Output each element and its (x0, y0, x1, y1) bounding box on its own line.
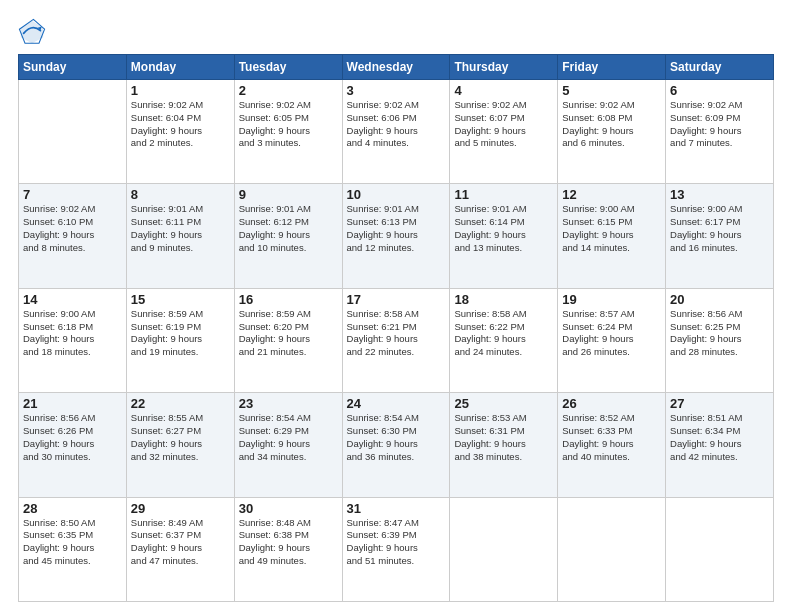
day-cell: 29Sunrise: 8:49 AM Sunset: 6:37 PM Dayli… (126, 497, 234, 601)
day-cell: 20Sunrise: 8:56 AM Sunset: 6:25 PM Dayli… (666, 288, 774, 392)
day-cell (666, 497, 774, 601)
day-number: 21 (23, 396, 122, 411)
day-number: 2 (239, 83, 338, 98)
logo-icon (18, 18, 46, 46)
day-cell (19, 80, 127, 184)
day-cell: 12Sunrise: 9:00 AM Sunset: 6:15 PM Dayli… (558, 184, 666, 288)
day-cell: 18Sunrise: 8:58 AM Sunset: 6:22 PM Dayli… (450, 288, 558, 392)
day-info: Sunrise: 9:02 AM Sunset: 6:04 PM Dayligh… (131, 99, 230, 150)
day-cell: 1Sunrise: 9:02 AM Sunset: 6:04 PM Daylig… (126, 80, 234, 184)
day-info: Sunrise: 9:02 AM Sunset: 6:06 PM Dayligh… (347, 99, 446, 150)
col-header-tuesday: Tuesday (234, 55, 342, 80)
day-number: 3 (347, 83, 446, 98)
day-number: 9 (239, 187, 338, 202)
day-cell: 3Sunrise: 9:02 AM Sunset: 6:06 PM Daylig… (342, 80, 450, 184)
col-header-monday: Monday (126, 55, 234, 80)
day-cell (558, 497, 666, 601)
day-number: 31 (347, 501, 446, 516)
day-info: Sunrise: 9:01 AM Sunset: 6:12 PM Dayligh… (239, 203, 338, 254)
day-cell: 10Sunrise: 9:01 AM Sunset: 6:13 PM Dayli… (342, 184, 450, 288)
day-info: Sunrise: 8:59 AM Sunset: 6:20 PM Dayligh… (239, 308, 338, 359)
day-number: 15 (131, 292, 230, 307)
day-info: Sunrise: 8:50 AM Sunset: 6:35 PM Dayligh… (23, 517, 122, 568)
header (18, 18, 774, 46)
day-cell: 4Sunrise: 9:02 AM Sunset: 6:07 PM Daylig… (450, 80, 558, 184)
day-cell: 26Sunrise: 8:52 AM Sunset: 6:33 PM Dayli… (558, 393, 666, 497)
day-info: Sunrise: 8:51 AM Sunset: 6:34 PM Dayligh… (670, 412, 769, 463)
day-info: Sunrise: 9:02 AM Sunset: 6:10 PM Dayligh… (23, 203, 122, 254)
day-number: 14 (23, 292, 122, 307)
day-info: Sunrise: 8:53 AM Sunset: 6:31 PM Dayligh… (454, 412, 553, 463)
day-cell: 7Sunrise: 9:02 AM Sunset: 6:10 PM Daylig… (19, 184, 127, 288)
week-row-2: 7Sunrise: 9:02 AM Sunset: 6:10 PM Daylig… (19, 184, 774, 288)
day-number: 1 (131, 83, 230, 98)
header-row: SundayMondayTuesdayWednesdayThursdayFrid… (19, 55, 774, 80)
day-info: Sunrise: 9:02 AM Sunset: 6:08 PM Dayligh… (562, 99, 661, 150)
day-cell: 11Sunrise: 9:01 AM Sunset: 6:14 PM Dayli… (450, 184, 558, 288)
col-header-friday: Friday (558, 55, 666, 80)
day-cell: 15Sunrise: 8:59 AM Sunset: 6:19 PM Dayli… (126, 288, 234, 392)
col-header-sunday: Sunday (19, 55, 127, 80)
week-row-5: 28Sunrise: 8:50 AM Sunset: 6:35 PM Dayli… (19, 497, 774, 601)
day-number: 4 (454, 83, 553, 98)
col-header-thursday: Thursday (450, 55, 558, 80)
day-info: Sunrise: 9:00 AM Sunset: 6:17 PM Dayligh… (670, 203, 769, 254)
day-number: 30 (239, 501, 338, 516)
day-number: 25 (454, 396, 553, 411)
day-info: Sunrise: 9:01 AM Sunset: 6:13 PM Dayligh… (347, 203, 446, 254)
day-number: 28 (23, 501, 122, 516)
day-info: Sunrise: 8:48 AM Sunset: 6:38 PM Dayligh… (239, 517, 338, 568)
col-header-wednesday: Wednesday (342, 55, 450, 80)
day-info: Sunrise: 8:54 AM Sunset: 6:29 PM Dayligh… (239, 412, 338, 463)
day-info: Sunrise: 8:56 AM Sunset: 6:26 PM Dayligh… (23, 412, 122, 463)
day-info: Sunrise: 8:57 AM Sunset: 6:24 PM Dayligh… (562, 308, 661, 359)
day-info: Sunrise: 9:01 AM Sunset: 6:14 PM Dayligh… (454, 203, 553, 254)
day-number: 11 (454, 187, 553, 202)
page: SundayMondayTuesdayWednesdayThursdayFrid… (0, 0, 792, 612)
day-cell: 28Sunrise: 8:50 AM Sunset: 6:35 PM Dayli… (19, 497, 127, 601)
day-cell (450, 497, 558, 601)
day-info: Sunrise: 8:49 AM Sunset: 6:37 PM Dayligh… (131, 517, 230, 568)
day-cell: 13Sunrise: 9:00 AM Sunset: 6:17 PM Dayli… (666, 184, 774, 288)
day-number: 20 (670, 292, 769, 307)
day-number: 27 (670, 396, 769, 411)
day-info: Sunrise: 8:59 AM Sunset: 6:19 PM Dayligh… (131, 308, 230, 359)
day-number: 17 (347, 292, 446, 307)
day-number: 23 (239, 396, 338, 411)
day-cell: 6Sunrise: 9:02 AM Sunset: 6:09 PM Daylig… (666, 80, 774, 184)
day-info: Sunrise: 8:56 AM Sunset: 6:25 PM Dayligh… (670, 308, 769, 359)
day-info: Sunrise: 9:00 AM Sunset: 6:15 PM Dayligh… (562, 203, 661, 254)
day-number: 16 (239, 292, 338, 307)
day-cell: 17Sunrise: 8:58 AM Sunset: 6:21 PM Dayli… (342, 288, 450, 392)
day-info: Sunrise: 9:02 AM Sunset: 6:07 PM Dayligh… (454, 99, 553, 150)
day-cell: 22Sunrise: 8:55 AM Sunset: 6:27 PM Dayli… (126, 393, 234, 497)
day-cell: 25Sunrise: 8:53 AM Sunset: 6:31 PM Dayli… (450, 393, 558, 497)
day-number: 24 (347, 396, 446, 411)
day-info: Sunrise: 9:02 AM Sunset: 6:09 PM Dayligh… (670, 99, 769, 150)
day-number: 18 (454, 292, 553, 307)
day-info: Sunrise: 9:00 AM Sunset: 6:18 PM Dayligh… (23, 308, 122, 359)
day-info: Sunrise: 8:58 AM Sunset: 6:22 PM Dayligh… (454, 308, 553, 359)
day-info: Sunrise: 8:47 AM Sunset: 6:39 PM Dayligh… (347, 517, 446, 568)
day-info: Sunrise: 8:54 AM Sunset: 6:30 PM Dayligh… (347, 412, 446, 463)
day-cell: 23Sunrise: 8:54 AM Sunset: 6:29 PM Dayli… (234, 393, 342, 497)
week-row-4: 21Sunrise: 8:56 AM Sunset: 6:26 PM Dayli… (19, 393, 774, 497)
day-cell: 30Sunrise: 8:48 AM Sunset: 6:38 PM Dayli… (234, 497, 342, 601)
day-info: Sunrise: 9:01 AM Sunset: 6:11 PM Dayligh… (131, 203, 230, 254)
day-number: 29 (131, 501, 230, 516)
day-number: 10 (347, 187, 446, 202)
day-number: 5 (562, 83, 661, 98)
logo (18, 18, 50, 46)
day-cell: 27Sunrise: 8:51 AM Sunset: 6:34 PM Dayli… (666, 393, 774, 497)
day-number: 7 (23, 187, 122, 202)
day-number: 6 (670, 83, 769, 98)
day-cell: 8Sunrise: 9:01 AM Sunset: 6:11 PM Daylig… (126, 184, 234, 288)
day-info: Sunrise: 9:02 AM Sunset: 6:05 PM Dayligh… (239, 99, 338, 150)
day-info: Sunrise: 8:55 AM Sunset: 6:27 PM Dayligh… (131, 412, 230, 463)
day-number: 19 (562, 292, 661, 307)
day-cell: 31Sunrise: 8:47 AM Sunset: 6:39 PM Dayli… (342, 497, 450, 601)
day-cell: 16Sunrise: 8:59 AM Sunset: 6:20 PM Dayli… (234, 288, 342, 392)
day-number: 12 (562, 187, 661, 202)
day-cell: 21Sunrise: 8:56 AM Sunset: 6:26 PM Dayli… (19, 393, 127, 497)
day-info: Sunrise: 8:58 AM Sunset: 6:21 PM Dayligh… (347, 308, 446, 359)
